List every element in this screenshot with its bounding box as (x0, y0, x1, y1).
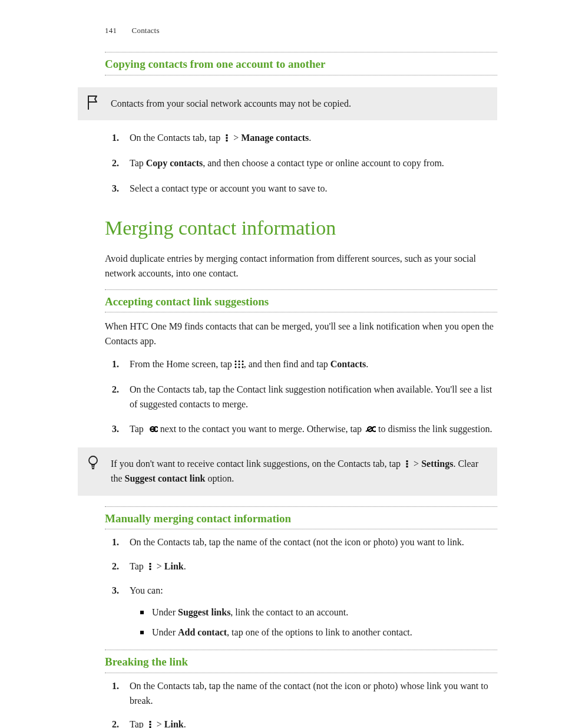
list-item: Tap > Link. (105, 559, 497, 574)
svg-rect-13 (406, 460, 408, 462)
accept-steps-list: From the Home screen, tap , and then fin… (105, 357, 497, 437)
manual-steps-list: On the Contacts tab, tap the name of the… (105, 535, 497, 640)
svg-rect-14 (406, 463, 408, 465)
list-item: Tap > Link. (105, 717, 497, 728)
svg-point-8 (242, 364, 243, 365)
svg-point-12 (89, 456, 97, 465)
svg-point-4 (238, 361, 240, 363)
manual-sub-list: Under Suggest links, link the contact to… (130, 605, 497, 641)
svg-point-6 (234, 364, 236, 365)
svg-point-7 (238, 364, 240, 365)
copy-steps-list: On the Contacts tab, tap > Manage contac… (105, 131, 497, 196)
page-root: 141 Contacts Copying contacts from one a… (0, 0, 562, 728)
breaking-steps-list: On the Contacts tab, tap the name of the… (105, 679, 497, 728)
link-icon (146, 426, 158, 433)
callout-tip-text: If you don't want to receive contact lin… (111, 459, 478, 483)
heading-copying-contacts: Copying contacts from one account to ano… (105, 52, 497, 75)
flag-icon (86, 94, 100, 111)
svg-point-10 (238, 367, 240, 368)
svg-rect-15 (406, 466, 408, 467)
callout-tip: If you don't want to receive contact lin… (78, 447, 497, 496)
breadcrumb-section: Contacts (132, 26, 160, 35)
apps-grid-icon (234, 360, 244, 368)
list-item: Under Add contact, tap one of the option… (130, 625, 497, 640)
list-item: On the Contacts tab, tap the name of the… (105, 679, 497, 709)
list-item: On the Contacts tab, tap the name of the… (105, 535, 497, 550)
heading-manual-merging: Manually merging contact information (105, 506, 497, 529)
svg-rect-20 (149, 724, 151, 726)
page-header: 141 Contacts (105, 25, 497, 37)
list-item: From the Home screen, tap , and then fin… (105, 357, 497, 372)
list-item: Under Suggest links, link the contact to… (130, 605, 497, 620)
callout-social-text: Contacts from your social network accoun… (111, 98, 351, 108)
menu-dots-icon (146, 720, 154, 728)
lightbulb-icon (86, 454, 100, 471)
heading-breaking-link: Breaking the link (105, 650, 497, 673)
svg-rect-19 (149, 721, 151, 723)
list-item: On the Contacts tab, tap the Contact lin… (105, 383, 497, 412)
svg-rect-0 (226, 134, 228, 136)
list-item: Select a contact type or account you wan… (105, 182, 497, 196)
merging-intro: Avoid duplicate entries by merging conta… (105, 252, 497, 281)
list-item: Tap Copy contacts, and then choose a con… (105, 156, 497, 171)
list-item: On the Contacts tab, tap > Manage contac… (105, 131, 497, 146)
menu-dots-icon (403, 460, 411, 468)
svg-point-9 (234, 367, 236, 368)
heading-accepting: Accepting contact link suggestions (105, 289, 497, 312)
unlink-icon (364, 426, 376, 433)
svg-rect-17 (149, 566, 151, 568)
svg-rect-1 (226, 137, 228, 139)
menu-dots-icon (223, 134, 231, 142)
heading-merging: Merging contact information (105, 213, 497, 244)
svg-point-11 (242, 367, 243, 368)
svg-rect-2 (226, 140, 228, 141)
callout-social-note: Contacts from your social network accoun… (78, 87, 497, 121)
svg-rect-18 (149, 568, 151, 570)
accepting-intro: When HTC One M9 finds contacts that can … (105, 319, 497, 349)
svg-point-3 (234, 361, 236, 363)
page-number: 141 (105, 26, 117, 35)
list-item: You can: Under Suggest links, link the c… (105, 584, 497, 640)
svg-point-5 (242, 361, 243, 363)
menu-dots-icon (146, 562, 154, 571)
list-item: Tap next to the contact you want to merg… (105, 422, 497, 437)
svg-rect-16 (149, 563, 151, 565)
